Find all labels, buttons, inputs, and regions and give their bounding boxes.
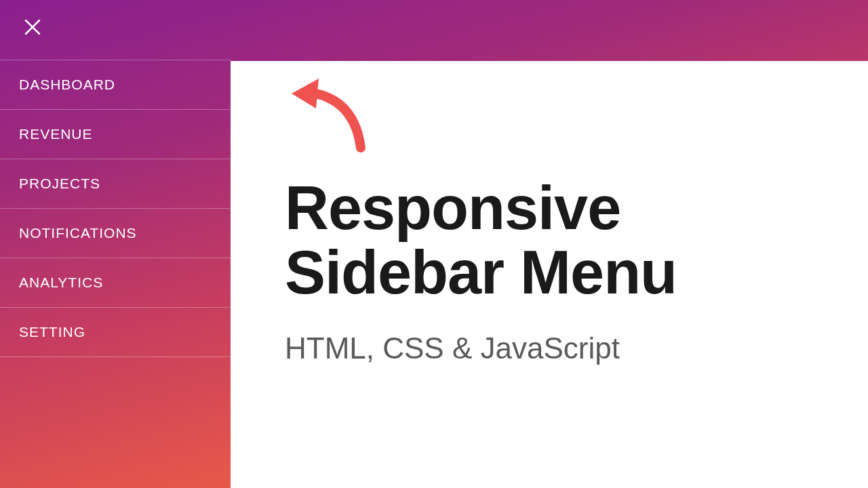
sidebar-item-label: PROJECTS — [19, 176, 100, 191]
title-line-1: Responsive — [285, 174, 620, 242]
close-icon — [22, 16, 43, 38]
sidebar-item-label: REVENUE — [19, 126, 93, 142]
sidebar-item-label: ANALYTICS — [19, 274, 103, 290]
sidebar-item-revenue[interactable]: REVENUE — [0, 110, 231, 159]
title-line-2: Sidebar Menu — [285, 239, 677, 306]
page-subtitle: HTML, CSS & JavaScript — [285, 331, 814, 365]
main-panel: Responsive Sidebar Menu HTML, CSS & Java… — [231, 61, 868, 488]
sidebar-item-analytics[interactable]: ANALYTICS — [0, 258, 231, 308]
sidebar-item-projects[interactable]: PROJECTS — [0, 159, 231, 209]
sidebar-item-notifications[interactable]: NOTIFICATIONS — [0, 209, 231, 258]
close-button[interactable] — [19, 14, 46, 41]
page-title: Responsive Sidebar Menu — [285, 176, 814, 304]
curved-arrow-icon — [286, 73, 374, 161]
sidebar-item-setting[interactable]: SETTING — [0, 308, 231, 357]
sidebar-item-label: NOTIFICATIONS — [19, 225, 137, 241]
sidebar-item-label: DASHBOARD — [19, 77, 115, 92]
sidebar-item-label: SETTING — [19, 324, 85, 340]
sidebar-menu: DASHBOARD REVENUE PROJECTS NOTIFICATIONS… — [0, 60, 231, 357]
sidebar-item-dashboard[interactable]: DASHBOARD — [0, 60, 231, 110]
sidebar: DASHBOARD REVENUE PROJECTS NOTIFICATIONS… — [0, 0, 231, 488]
